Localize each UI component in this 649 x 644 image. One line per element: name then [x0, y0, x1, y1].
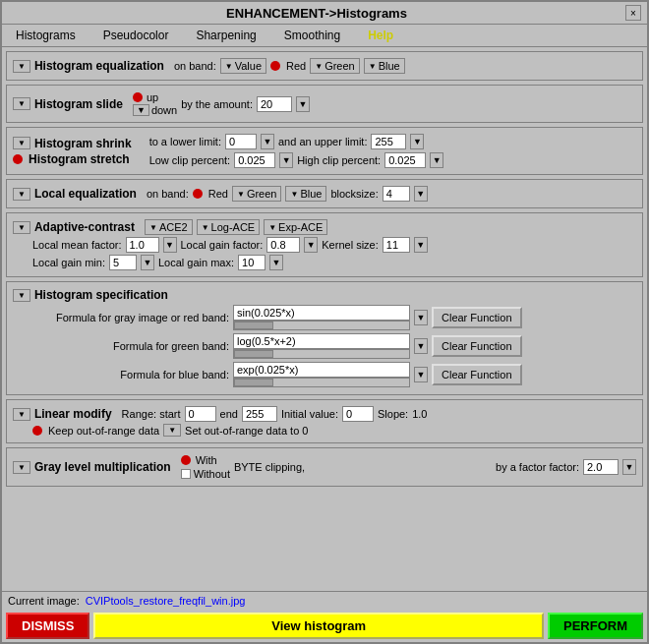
upper-limit-label: and an upper limit:: [278, 136, 368, 147]
clear-gray-button[interactable]: Clear Function: [432, 307, 522, 328]
byte-clip-label: BYTE clipping,: [234, 461, 305, 473]
gain-factor-label: Local gain factor:: [181, 239, 264, 251]
section-adaptive: ▼ Adaptive-contrast ▼ ACE2 ▼ Log-ACE ▼ E…: [6, 212, 643, 277]
adaptive-dropdown[interactable]: ▼: [13, 221, 30, 234]
amount-input[interactable]: [257, 96, 292, 112]
blue-dropdown[interactable]: ▼ Blue: [364, 58, 405, 74]
section-gray-mult: ▼ Gray level multiplication With Without…: [6, 447, 643, 487]
local-eq-title: Local equalization: [34, 187, 137, 201]
clear-green-button[interactable]: Clear Function: [432, 335, 522, 357]
menu-pseudocolor[interactable]: Pseudocolor: [89, 27, 183, 44]
green-dropdown[interactable]: ▼ Green: [310, 58, 360, 74]
formula-gray-label: Formula for gray image or red band:: [13, 312, 229, 323]
section-hist-eq: ▼ Histogram equalization on band: ▼ Valu…: [6, 51, 643, 81]
linear-modify-title: Linear modify: [34, 407, 112, 421]
initial-value-input[interactable]: [342, 406, 374, 422]
formula-blue-input[interactable]: [233, 362, 410, 378]
gain-max-input[interactable]: [238, 255, 266, 270]
mean-factor-arrow[interactable]: ▼: [163, 237, 177, 253]
kernel-size-input[interactable]: [383, 237, 410, 253]
low-clip-input[interactable]: [234, 152, 275, 168]
kernel-size-arrow[interactable]: ▼: [414, 237, 428, 253]
range-start-input[interactable]: [185, 406, 216, 422]
adaptive-title: Adaptive-contrast: [34, 220, 135, 234]
section-hist-slide: ▼ Histogram slide up ▼ down by the amoun…: [6, 85, 643, 123]
blocksize-label: blocksize:: [330, 188, 378, 200]
lower-limit-label: to a lower limit:: [149, 136, 221, 147]
main-window: ENHANCEMENT->Histograms × Histograms Pse…: [0, 0, 649, 644]
gain-factor-arrow[interactable]: ▼: [304, 237, 318, 253]
menu-histograms[interactable]: Histograms: [2, 27, 89, 44]
local-eq-red-label: Red: [208, 188, 228, 200]
content-area: ▼ Histogram equalization on band: ▼ Valu…: [2, 47, 647, 591]
gain-min-input[interactable]: [109, 255, 137, 270]
with-radio-icon: [181, 455, 191, 465]
hist-stretch-title: Histogram stretch: [29, 152, 130, 166]
log-ace-dropdown[interactable]: ▼ Log-ACE: [197, 219, 261, 235]
mean-factor-input[interactable]: [126, 237, 159, 253]
clear-blue-button[interactable]: Clear Function: [432, 364, 522, 385]
close-button[interactable]: ×: [625, 5, 641, 21]
high-clip-arrow[interactable]: ▼: [430, 152, 443, 168]
menu-smoothing[interactable]: Smoothing: [270, 27, 354, 44]
section-local-eq: ▼ Local equalization on band: Red ▼ Gree…: [6, 179, 643, 208]
formula-green-arrow[interactable]: ▼: [414, 338, 428, 354]
high-clip-input[interactable]: [384, 152, 426, 168]
local-eq-blue-dropdown[interactable]: ▼ Blue: [285, 186, 326, 202]
menu-bar: Histograms Pseudocolor Sharpening Smooth…: [2, 25, 647, 47]
by-amount-label: by the amount:: [181, 98, 253, 110]
lower-limit-input[interactable]: [225, 134, 257, 149]
action-bar: DISMISS View histogram PERFORM: [2, 610, 647, 642]
exp-ace-dropdown[interactable]: ▼ Exp-ACE: [264, 219, 327, 235]
range-end-input[interactable]: [242, 406, 277, 422]
keep-data-radio: [32, 426, 42, 436]
hist-stretch-radio-icon: [13, 154, 23, 164]
menu-sharpening[interactable]: Sharpening: [182, 27, 269, 44]
formula-blue-arrow[interactable]: ▼: [414, 367, 428, 382]
local-eq-green-dropdown[interactable]: ▼ Green: [232, 186, 282, 202]
blocksize-input[interactable]: [383, 186, 410, 202]
menu-help[interactable]: Help: [354, 27, 407, 44]
hist-shrink-dropdown[interactable]: ▼: [13, 137, 30, 149]
formula-green-scrollbar[interactable]: [233, 349, 410, 359]
slope-value: 1.0: [412, 408, 427, 420]
linear-modify-dropdown[interactable]: ▼: [13, 408, 30, 421]
upper-limit-arrow[interactable]: ▼: [410, 134, 424, 149]
blocksize-arrow[interactable]: ▼: [414, 186, 428, 202]
gray-mult-dropdown[interactable]: ▼: [13, 461, 30, 474]
formula-green-input[interactable]: [233, 333, 410, 349]
low-clip-arrow[interactable]: ▼: [279, 152, 293, 168]
lower-limit-arrow[interactable]: ▼: [261, 134, 274, 149]
hist-eq-dropdown[interactable]: ▼: [13, 60, 30, 73]
formula-gray-scrollbar[interactable]: [233, 321, 410, 330]
formula-gray-arrow[interactable]: ▼: [414, 310, 428, 325]
end-label: end: [220, 408, 238, 420]
formula-blue-scrollbar[interactable]: [233, 378, 410, 387]
set-data-dropdown[interactable]: ▼: [163, 424, 181, 437]
factor-arrow[interactable]: ▼: [622, 459, 636, 475]
upper-limit-input[interactable]: [371, 134, 406, 149]
perform-button[interactable]: PERFORM: [548, 613, 643, 639]
formula-gray-input[interactable]: [233, 305, 410, 321]
high-clip-label: High clip percent:: [297, 154, 381, 166]
gain-factor-input[interactable]: [266, 237, 300, 253]
formula-green-label: Formula for green band:: [13, 340, 229, 352]
down-dropdown[interactable]: ▼: [133, 104, 149, 116]
ace2-dropdown[interactable]: ▼ ACE2: [145, 219, 193, 235]
value-dropdown[interactable]: ▼ Value: [220, 58, 266, 74]
hist-spec-dropdown[interactable]: ▼: [13, 289, 30, 302]
on-band-label: on band:: [174, 60, 216, 72]
factor-input[interactable]: [583, 459, 619, 475]
amount-arrow-btn[interactable]: ▼: [296, 96, 310, 112]
local-eq-on-band-label: on band:: [147, 188, 189, 200]
gain-max-arrow[interactable]: ▼: [269, 255, 283, 270]
without-checkbox[interactable]: [181, 469, 191, 479]
local-eq-dropdown[interactable]: ▼: [13, 188, 30, 201]
dismiss-button[interactable]: DISMISS: [6, 613, 89, 639]
formula-green-row: Formula for green band: ▼ Clear Function: [13, 333, 636, 359]
view-histogram-button[interactable]: View histogram: [93, 613, 544, 639]
hist-slide-title: Histogram slide: [34, 97, 123, 111]
title-bar: ENHANCEMENT->Histograms ×: [2, 2, 647, 25]
hist-slide-dropdown[interactable]: ▼: [13, 97, 30, 110]
gain-min-arrow[interactable]: ▼: [141, 255, 154, 270]
